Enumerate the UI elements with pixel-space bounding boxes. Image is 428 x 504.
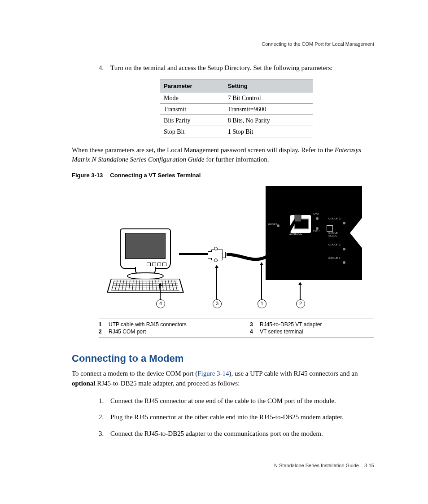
page-footer: N Standalone Series Installation Guide3-… — [274, 463, 374, 468]
text: for further information. — [204, 156, 269, 163]
text: To connect a modem to the device COM por… — [72, 370, 197, 377]
figure-caption: Figure 3-13Connecting a VT Series Termin… — [72, 172, 374, 179]
step-text: Turn on the terminal and access the Setu… — [110, 63, 374, 73]
step-4: 4. Turn on the terminal and access the S… — [99, 63, 374, 73]
label-reset: RESET — [268, 223, 277, 226]
device-panel: RESET CONSOLE CPU PWR GROUP 3 GROUP SELE… — [266, 186, 362, 280]
section-heading-connecting-to-a-modem: Connecting to a Modem — [72, 353, 374, 364]
text: RJ45-to-DB25 male adapter, and proceed a… — [96, 380, 240, 387]
callout-2: 2 — [296, 299, 305, 308]
modem-step-1: 1. Connect the RJ45 connector at one end… — [99, 396, 374, 406]
cell-setting: 1 Stop Bit — [224, 126, 313, 137]
step-text: Plug the RJ45 connector at the other cab… — [110, 412, 374, 422]
parameter-table: Parameter Setting Mode 7 Bit Control Tra… — [160, 79, 313, 137]
cell-param: Bits Parity — [160, 114, 224, 126]
legend-text: RJ45-to-DB25 VT adapter — [260, 321, 322, 328]
footer-page-number: 3-15 — [359, 463, 374, 468]
table-row: Stop Bit 1 Stop Bit — [160, 126, 313, 137]
cell-param: Stop Bit — [160, 126, 224, 137]
callout-4: 4 — [156, 299, 165, 308]
table-header-parameter: Parameter — [160, 79, 224, 92]
step-text: Connect the RJ45 connector at one end of… — [110, 396, 374, 406]
callout-1: 1 — [258, 299, 266, 308]
rj45-com-port — [290, 215, 311, 233]
table-header-setting: Setting — [224, 79, 313, 92]
figure-label: Figure 3-13 — [72, 172, 103, 179]
label-group2: GROUP 2 — [328, 243, 341, 246]
text: ), use a UTP cable with RJ45 connectors … — [229, 370, 358, 377]
legend-text: VT series terminal — [260, 328, 303, 335]
legend-num: 2 — [99, 328, 104, 335]
table-row: Transmit Transmit=9600 — [160, 103, 313, 114]
label-cpu: CPU — [313, 212, 319, 215]
table-row: Bits Parity 8 Bits, No Parity — [160, 114, 313, 126]
callout-3: 3 — [213, 299, 222, 308]
modem-intro-paragraph: To connect a modem to the device COM por… — [72, 369, 374, 389]
cell-param: Mode — [160, 92, 224, 103]
table-row: Mode 7 Bit Control — [160, 92, 313, 103]
legend-item: 3 RJ45-to-DB25 VT adapter — [250, 321, 374, 328]
figure-diagram: RESET CONSOLE CPU PWR GROUP 3 GROUP SELE… — [111, 186, 362, 311]
figure-link[interactable]: Figure 3-14 — [197, 370, 229, 377]
step-number: 3. — [99, 429, 110, 439]
step-text: Connect the RJ45-to-DB25 adapter to the … — [110, 429, 374, 439]
cell-setting: 7 Bit Control — [224, 92, 313, 103]
text-bold: optional — [72, 380, 96, 387]
after-table-paragraph: When these parameters are set, the Local… — [72, 145, 374, 165]
cell-setting: Transmit=9600 — [224, 103, 313, 114]
device-edge-notch — [350, 217, 362, 249]
modem-step-2: 2. Plug the RJ45 connector at the other … — [99, 412, 374, 422]
step-number: 4. — [99, 63, 110, 73]
legend-num: 3 — [250, 321, 255, 328]
cell-param: Transmit — [160, 103, 224, 114]
label-console: CONSOLE — [289, 232, 302, 235]
running-head: Connecting to the COM Port for Local Man… — [72, 41, 374, 47]
label-pwr: PWR — [313, 229, 319, 232]
step-number: 2. — [99, 412, 110, 422]
modem-step-3: 3. Connect the RJ45-to-DB25 adapter to t… — [99, 429, 374, 439]
figure-title: Connecting a VT Series Terminal — [103, 172, 201, 179]
step-number: 1. — [99, 396, 110, 406]
legend-item: 4 VT series terminal — [250, 328, 374, 335]
legend-text: UTP cable with RJ45 connectors — [109, 321, 187, 328]
text: When these parameters are set, the Local… — [72, 146, 335, 153]
figure-legend: 1 UTP cable with RJ45 connectors 2 RJ45 … — [99, 319, 374, 337]
label-group-select: GROUP SELECT — [328, 232, 339, 237]
legend-num: 1 — [99, 321, 104, 328]
label-group3: GROUP 3 — [328, 217, 341, 220]
db25-adapter-icon — [208, 248, 226, 261]
label-group1: GROUP 1 — [328, 257, 341, 259]
cable-segment — [179, 253, 208, 255]
vt-terminal-icon — [111, 228, 178, 296]
legend-item: 1 UTP cable with RJ45 connectors — [99, 321, 223, 328]
legend-num: 4 — [250, 328, 255, 335]
footer-title: N Standalone Series Installation Guide — [274, 463, 359, 468]
legend-text: RJ45 COM port — [109, 328, 146, 335]
legend-item: 2 RJ45 COM port — [99, 328, 223, 335]
cell-setting: 8 Bits, No Parity — [224, 114, 313, 126]
